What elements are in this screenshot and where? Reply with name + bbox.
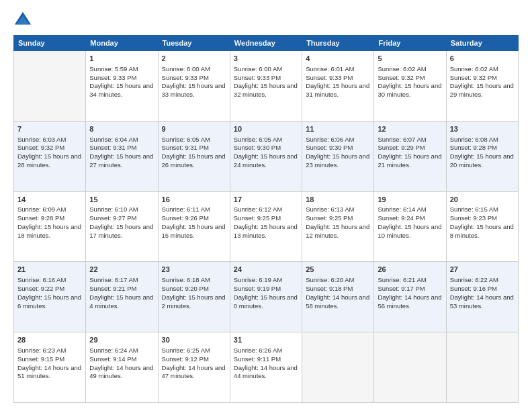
daylight-hours: Daylight: 15 hours and 20 minutes. <box>450 152 514 169</box>
calendar-cell: 5Sunrise: 6:02 AMSunset: 9:32 PMDaylight… <box>374 51 446 122</box>
sunrise-time: Sunrise: 6:09 AM <box>17 205 66 213</box>
sunset-time: Sunset: 9:31 PM <box>162 144 209 151</box>
daylight-hours: Daylight: 15 hours and 17 minutes. <box>89 223 153 239</box>
sunrise-time: Sunrise: 6:25 AM <box>162 347 210 354</box>
calendar-cell: 23Sunrise: 6:18 AMSunset: 9:20 PMDayligh… <box>158 262 230 332</box>
day-number: 14 <box>17 195 82 205</box>
calendar-cell: 31Sunrise: 6:26 AMSunset: 9:11 PMDayligh… <box>230 332 302 403</box>
sunset-time: Sunset: 9:30 PM <box>234 144 281 151</box>
sunset-time: Sunset: 9:30 PM <box>306 144 353 151</box>
calendar-cell: 11Sunrise: 6:06 AMSunset: 9:30 PMDayligh… <box>302 121 374 191</box>
day-number: 15 <box>89 195 154 205</box>
sunrise-time: Sunrise: 6:23 AM <box>17 347 66 354</box>
calendar-cell: 14Sunrise: 6:09 AMSunset: 9:28 PMDayligh… <box>14 191 86 262</box>
sunrise-time: Sunrise: 6:02 AM <box>450 65 498 73</box>
weekday-header-sunday: Sunday <box>14 36 86 51</box>
calendar-cell: 24Sunrise: 6:19 AMSunset: 9:19 PMDayligh… <box>230 262 302 332</box>
calendar-week-1: 1Sunrise: 5:59 AMSunset: 9:33 PMDaylight… <box>14 51 519 122</box>
page: SundayMondayTuesdayWednesdayThursdayFrid… <box>0 0 532 411</box>
daylight-hours: Daylight: 14 hours and 53 minutes. <box>450 293 514 310</box>
weekday-header-thursday: Thursday <box>302 36 374 51</box>
calendar-cell: 1Sunrise: 5:59 AMSunset: 9:33 PMDaylight… <box>86 51 158 122</box>
daylight-hours: Daylight: 15 hours and 32 minutes. <box>234 82 298 98</box>
sunrise-time: Sunrise: 6:05 AM <box>162 136 210 143</box>
day-number: 19 <box>378 195 442 205</box>
sunrise-time: Sunrise: 6:22 AM <box>450 276 498 283</box>
calendar-cell: 9Sunrise: 6:05 AMSunset: 9:31 PMDaylight… <box>158 121 230 191</box>
calendar-week-2: 7Sunrise: 6:03 AMSunset: 9:32 PMDaylight… <box>14 121 519 191</box>
daylight-hours: Daylight: 15 hours and 6 minutes. <box>17 293 81 310</box>
day-number: 7 <box>17 124 82 134</box>
sunrise-time: Sunrise: 6:24 AM <box>89 347 138 354</box>
day-number: 25 <box>306 265 370 275</box>
sunset-time: Sunset: 9:28 PM <box>450 144 497 151</box>
calendar-cell: 30Sunrise: 6:25 AMSunset: 9:12 PMDayligh… <box>158 332 230 403</box>
sunrise-time: Sunrise: 6:14 AM <box>378 205 426 213</box>
logo-icon <box>13 11 32 30</box>
sunset-time: Sunset: 9:16 PM <box>450 285 497 292</box>
sunset-time: Sunset: 9:27 PM <box>89 214 136 222</box>
sunset-time: Sunset: 9:17 PM <box>378 285 425 292</box>
sunset-time: Sunset: 9:19 PM <box>234 285 281 292</box>
daylight-hours: Daylight: 14 hours and 58 minutes. <box>306 293 369 310</box>
daylight-hours: Daylight: 15 hours and 18 minutes. <box>17 223 81 239</box>
sunset-time: Sunset: 9:12 PM <box>162 355 209 363</box>
sunset-time: Sunset: 9:29 PM <box>378 144 425 151</box>
day-number: 8 <box>89 124 154 134</box>
day-number: 6 <box>450 54 515 64</box>
calendar-cell: 3Sunrise: 6:00 AMSunset: 9:33 PMDaylight… <box>230 51 302 122</box>
day-number: 11 <box>306 124 370 134</box>
sunrise-time: Sunrise: 6:00 AM <box>234 65 282 73</box>
daylight-hours: Daylight: 14 hours and 56 minutes. <box>378 293 441 310</box>
calendar-cell: 18Sunrise: 6:13 AMSunset: 9:25 PMDayligh… <box>302 191 374 262</box>
daylight-hours: Daylight: 15 hours and 13 minutes. <box>234 223 298 239</box>
calendar-cell: 27Sunrise: 6:22 AMSunset: 9:16 PMDayligh… <box>446 262 518 332</box>
calendar-cell: 20Sunrise: 6:15 AMSunset: 9:23 PMDayligh… <box>446 191 518 262</box>
calendar-cell: 6Sunrise: 6:02 AMSunset: 9:32 PMDaylight… <box>446 51 518 122</box>
daylight-hours: Daylight: 14 hours and 47 minutes. <box>162 364 226 380</box>
daylight-hours: Daylight: 14 hours and 51 minutes. <box>17 364 81 380</box>
calendar-cell: 4Sunrise: 6:01 AMSunset: 9:33 PMDaylight… <box>302 51 374 122</box>
sunrise-time: Sunrise: 6:19 AM <box>234 276 282 283</box>
day-number: 27 <box>450 265 515 275</box>
sunset-time: Sunset: 9:32 PM <box>17 144 64 151</box>
calendar-cell: 13Sunrise: 6:08 AMSunset: 9:28 PMDayligh… <box>446 121 518 191</box>
day-number: 29 <box>89 335 154 345</box>
daylight-hours: Daylight: 14 hours and 44 minutes. <box>234 364 298 380</box>
day-number: 4 <box>306 54 370 64</box>
daylight-hours: Daylight: 15 hours and 12 minutes. <box>306 223 369 239</box>
daylight-hours: Daylight: 15 hours and 31 minutes. <box>306 82 369 98</box>
calendar-cell: 15Sunrise: 6:10 AMSunset: 9:27 PMDayligh… <box>86 191 158 262</box>
calendar-week-3: 14Sunrise: 6:09 AMSunset: 9:28 PMDayligh… <box>14 191 519 262</box>
daylight-hours: Daylight: 15 hours and 34 minutes. <box>89 82 153 98</box>
daylight-hours: Daylight: 15 hours and 28 minutes. <box>17 152 81 169</box>
sunrise-time: Sunrise: 6:26 AM <box>234 347 282 354</box>
calendar-cell: 29Sunrise: 6:24 AMSunset: 9:14 PMDayligh… <box>86 332 158 403</box>
header <box>13 11 519 30</box>
sunset-time: Sunset: 9:25 PM <box>306 214 353 222</box>
daylight-hours: Daylight: 15 hours and 0 minutes. <box>234 293 298 310</box>
sunset-time: Sunset: 9:33 PM <box>234 74 281 81</box>
sunrise-time: Sunrise: 6:18 AM <box>162 276 210 283</box>
calendar-cell: 25Sunrise: 6:20 AMSunset: 9:18 PMDayligh… <box>302 262 374 332</box>
daylight-hours: Daylight: 15 hours and 33 minutes. <box>162 82 226 98</box>
day-number: 2 <box>162 54 226 64</box>
calendar-week-4: 21Sunrise: 6:16 AMSunset: 9:22 PMDayligh… <box>14 262 519 332</box>
sunrise-time: Sunrise: 6:06 AM <box>306 136 354 143</box>
calendar-cell: 10Sunrise: 6:05 AMSunset: 9:30 PMDayligh… <box>230 121 302 191</box>
day-number: 3 <box>234 54 298 64</box>
calendar-cell <box>14 51 86 122</box>
daylight-hours: Daylight: 14 hours and 49 minutes. <box>89 364 153 380</box>
daylight-hours: Daylight: 15 hours and 8 minutes. <box>450 223 514 239</box>
calendar-cell: 7Sunrise: 6:03 AMSunset: 9:32 PMDaylight… <box>14 121 86 191</box>
sunset-time: Sunset: 9:15 PM <box>17 355 64 363</box>
sunset-time: Sunset: 9:18 PM <box>306 285 353 292</box>
calendar-cell: 21Sunrise: 6:16 AMSunset: 9:22 PMDayligh… <box>14 262 86 332</box>
sunset-time: Sunset: 9:25 PM <box>234 214 281 222</box>
day-number: 31 <box>234 335 298 345</box>
sunrise-time: Sunrise: 6:10 AM <box>89 205 138 213</box>
day-number: 18 <box>306 195 370 205</box>
sunrise-time: Sunrise: 5:59 AM <box>89 65 138 73</box>
calendar-cell: 2Sunrise: 6:00 AMSunset: 9:33 PMDaylight… <box>158 51 230 122</box>
day-number: 22 <box>89 265 154 275</box>
